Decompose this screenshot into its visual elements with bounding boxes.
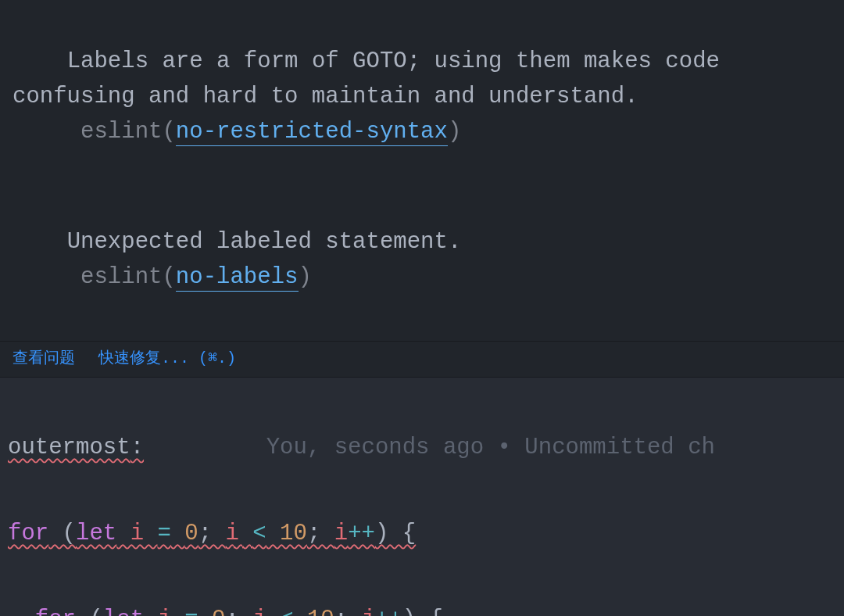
diagnostic-rule-link[interactable]: no-labels [176, 264, 299, 292]
diagnostic-rule-link[interactable]: no-restricted-syntax [176, 119, 448, 146]
code-line: for (let j = 0; j < 10; j++) { [8, 598, 844, 616]
view-problem-link[interactable]: 查看问题 [13, 349, 75, 367]
quick-fix-link[interactable]: 快速修复... (⌘.) [98, 349, 236, 367]
label-token: outermost: [8, 435, 144, 460]
code-line: outermost: You, seconds ago • Uncommitte… [8, 426, 844, 469]
diagnostic-message-1: Labels are a form of GOTO; using them ma… [13, 9, 831, 185]
diagnostic-source: eslint( [67, 264, 176, 290]
code-line: for (let i = 0; i < 10; i++) { [8, 512, 844, 555]
diagnostic-action-bar: 查看问题 快速修复... (⌘.) [0, 342, 844, 378]
diagnostic-message-2: Unexpected labeled statement. eslint(no-… [13, 190, 831, 331]
quick-fix-shortcut: (⌘.) [198, 349, 236, 367]
diagnostic-text: Labels are a form of GOTO; using them ma… [13, 48, 733, 109]
diagnostic-text: Unexpected labeled statement. [67, 229, 462, 255]
diagnostic-source: eslint( [67, 119, 176, 145]
git-blame-annotation: You, seconds ago • Uncommitted ch [144, 435, 715, 460]
code-editor[interactable]: outermost: You, seconds ago • Uncommitte… [0, 378, 844, 616]
diagnostic-hover-panel: Labels are a form of GOTO; using them ma… [0, 0, 844, 342]
